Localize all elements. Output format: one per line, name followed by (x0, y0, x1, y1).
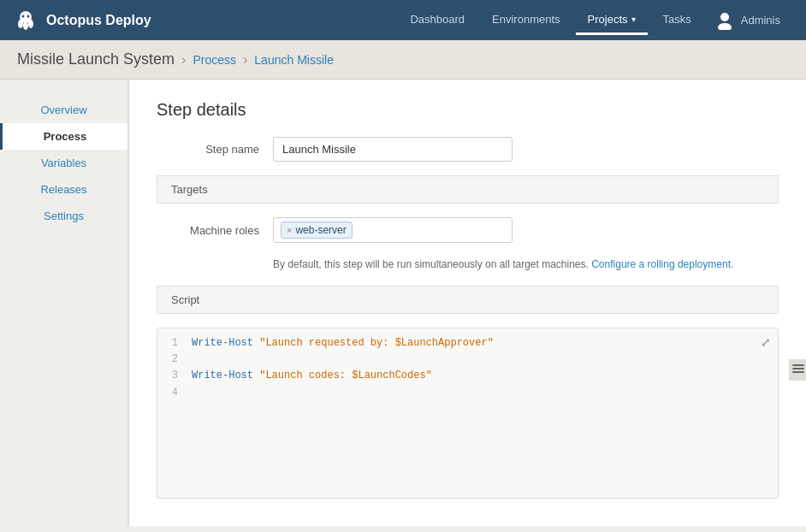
nav-dashboard[interactable]: Dashboard (398, 6, 477, 35)
nav-links: Dashboard Environments Projects ▾ Tasks (398, 6, 702, 35)
step-name-row: Step name (157, 137, 779, 162)
line-code-1: Write-Host "Launch requested by: $Launch… (192, 335, 494, 352)
right-sidebar-icon[interactable] (789, 359, 806, 381)
sidebar-item-settings[interactable]: Settings (0, 203, 127, 229)
rolling-deployment-link[interactable]: Configure a rolling deployment. (591, 258, 733, 270)
sidebar-item-variables[interactable]: Variables (0, 150, 127, 176)
line-code-4 (192, 385, 198, 401)
machine-roles-input[interactable]: × web-server (273, 217, 513, 243)
svg-rect-9 (792, 368, 804, 369)
app-logo[interactable]: Octopus Deploy (14, 9, 151, 33)
svg-point-5 (27, 15, 30, 17)
machine-roles-label: Machine roles (157, 224, 259, 237)
script-section: ⤢ 1 Write-Host "Launch requested by: $La… (157, 328, 779, 499)
svg-rect-8 (792, 364, 804, 366)
svg-point-3 (28, 20, 33, 28)
svg-point-6 (720, 13, 729, 21)
line-num-1: 1 (157, 335, 192, 352)
svg-point-7 (718, 23, 732, 30)
code-line-2: 2 (157, 352, 778, 368)
sidebar-item-overview[interactable]: Overview (0, 97, 127, 123)
svg-point-2 (23, 21, 28, 30)
projects-dropdown-icon: ▾ (631, 15, 636, 24)
page-title: Step details (157, 100, 779, 120)
line-num-3: 3 (157, 368, 192, 384)
line-code-3: Write-Host "Launch codes: $LaunchCodes" (192, 368, 432, 384)
breadcrumb-process[interactable]: Process (193, 53, 236, 67)
top-navigation: Octopus Deploy Dashboard Environments Pr… (0, 0, 806, 40)
breadcrumb-project[interactable]: Missile Launch System (17, 50, 175, 68)
targets-section-header: Targets (157, 175, 779, 204)
user-avatar-icon (715, 11, 734, 30)
line-num-2: 2 (157, 352, 192, 368)
main-content: Step details Step name Targets Machine r… (128, 80, 806, 526)
tag-label: web-server (295, 224, 346, 236)
code-line-4: 4 (157, 385, 778, 401)
octopus-logo-icon (14, 9, 38, 33)
nav-projects[interactable]: Projects ▾ (576, 6, 648, 35)
nav-environments[interactable]: Environments (480, 6, 572, 35)
breadcrumb: Missile Launch System › Process › Launch… (0, 40, 806, 80)
breadcrumb-sep1: › (181, 52, 186, 68)
user-label: Adminis (741, 14, 780, 27)
svg-point-4 (22, 15, 25, 17)
line-code-2 (192, 352, 198, 368)
svg-point-1 (18, 20, 23, 28)
breadcrumb-step[interactable]: Launch Missile (254, 53, 334, 67)
app-title: Octopus Deploy (46, 13, 151, 28)
code-line-1: 1 Write-Host "Launch requested by: $Laun… (157, 335, 778, 352)
info-text: By default, this step will be run simult… (273, 257, 779, 272)
main-layout: Overview Process Variables Releases Sett… (0, 80, 806, 526)
list-icon (792, 363, 804, 375)
code-editor[interactable]: ⤢ 1 Write-Host "Launch requested by: $La… (157, 328, 779, 499)
step-name-label: Step name (157, 143, 259, 156)
breadcrumb-sep2: › (243, 52, 247, 68)
fullscreen-icon[interactable]: ⤢ (761, 335, 771, 350)
machine-role-tag: × web-server (281, 222, 353, 239)
machine-roles-row: Machine roles × web-server (157, 217, 779, 243)
nav-tasks[interactable]: Tasks (651, 6, 703, 35)
step-name-input[interactable] (273, 137, 513, 162)
sidebar-item-releases[interactable]: Releases (0, 176, 127, 203)
user-menu[interactable]: Adminis (703, 4, 792, 37)
code-line-3: 3 Write-Host "Launch codes: $LaunchCodes… (157, 368, 778, 384)
sidebar-item-process[interactable]: Process (0, 123, 127, 150)
script-section-header: Script (157, 286, 779, 314)
tag-close-icon[interactable]: × (287, 225, 292, 235)
line-num-4: 4 (157, 385, 192, 401)
svg-rect-10 (792, 371, 804, 373)
sidebar: Overview Process Variables Releases Sett… (0, 80, 128, 526)
